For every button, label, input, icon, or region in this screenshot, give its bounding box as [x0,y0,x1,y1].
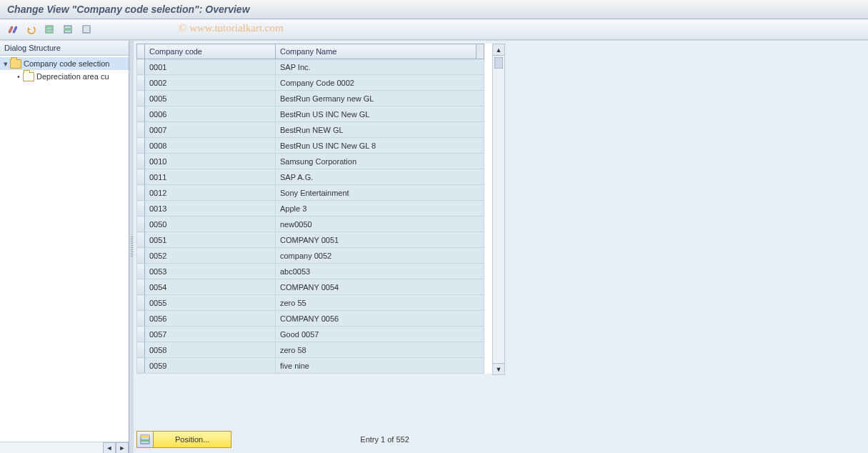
table-row[interactable]: 0057Good 0057 [137,327,484,342]
row-selector[interactable] [137,216,145,232]
row-selector[interactable] [137,358,145,374]
scroll-right-icon[interactable]: ► [116,442,129,453]
row-selector[interactable] [137,122,145,138]
cell-company-name[interactable]: COMPANY 0054 [276,279,484,295]
cell-company-name[interactable]: zero 55 [276,295,484,311]
table-vertical-scrollbar[interactable]: ▲ ▼ [492,44,505,375]
cell-company-code[interactable]: 0058 [145,342,276,358]
cell-company-code[interactable]: 0006 [145,106,276,122]
cell-company-code[interactable]: 0051 [145,232,276,248]
scroll-left-icon[interactable]: ◄ [103,442,116,453]
table-row[interactable]: 0051COMPANY 0051 [137,232,484,248]
row-selector[interactable] [137,75,145,91]
cell-company-name[interactable]: company 0052 [276,248,484,264]
cell-company-name[interactable]: Good 0057 [276,327,484,342]
row-select-header[interactable] [137,44,145,59]
table-row[interactable]: 0010Samsung Corporation [137,154,484,169]
cell-company-code[interactable]: 0055 [145,295,276,311]
table-row[interactable]: 0006BestRun US INC New GL [137,106,484,122]
table-row[interactable]: 0053abc0053 [137,264,484,279]
table-row[interactable]: 0058zero 58 [137,342,484,358]
position-button[interactable]: Position... [136,431,231,448]
table-row[interactable]: 0001SAP Inc. [137,59,484,75]
row-selector[interactable] [137,185,145,201]
select-all-button[interactable] [41,21,57,37]
cell-company-code[interactable]: 0056 [145,311,276,327]
table-row[interactable]: 0013Apple 3 [137,201,484,216]
cell-company-code[interactable]: 0057 [145,327,276,342]
table-row[interactable]: 0059five nine [137,358,484,374]
collapse-icon[interactable]: ▾ [1,59,10,69]
cell-company-code[interactable]: 0011 [145,169,276,185]
cell-company-name[interactable]: BestRun US INC New GL 8 [276,138,484,154]
cell-company-code[interactable]: 0005 [145,91,276,106]
row-selector[interactable] [137,248,145,264]
cell-company-code[interactable]: 0007 [145,122,276,138]
cell-company-name[interactable]: new0050 [276,216,484,232]
deselect-all-button[interactable] [79,21,94,37]
cell-company-name[interactable]: Sony Entertainment [276,185,484,201]
row-selector[interactable] [137,138,145,154]
column-header-company-code[interactable]: Company code [145,44,276,59]
table-row[interactable]: 0005BestRun Germany new GL [137,91,484,106]
cell-company-name[interactable]: Apple 3 [276,201,484,216]
scrollbar-thumb[interactable] [494,57,503,69]
tree-horizontal-scrollbar[interactable]: ◄ ► [0,442,129,453]
cell-company-code[interactable]: 0013 [145,201,276,216]
cell-company-code[interactable]: 0054 [145,279,276,295]
row-selector[interactable] [137,106,145,122]
cell-company-name[interactable]: Company Code 0002 [276,75,484,91]
cell-company-code[interactable]: 0010 [145,154,276,169]
table-row[interactable]: 0008BestRun US INC New GL 8 [137,138,484,154]
cell-company-name[interactable]: Samsung Corporation [276,154,484,169]
table-row[interactable]: 0055zero 55 [137,295,484,311]
row-selector[interactable] [137,311,145,327]
table-row[interactable]: 0011SAP A.G. [137,169,484,185]
cell-company-name[interactable]: BestRun NEW GL [276,122,484,138]
table-row[interactable]: 0056COMPANY 0056 [137,311,484,327]
tree-item-company-code-selection[interactable]: ▾ Company code selection [0,57,129,70]
table-row[interactable]: 0050new0050 [137,216,484,232]
row-selector[interactable] [137,264,145,279]
cell-company-code[interactable]: 0052 [145,248,276,264]
cell-company-code[interactable]: 0001 [145,59,276,75]
cell-company-name[interactable]: zero 58 [276,342,484,358]
row-selector[interactable] [137,232,145,248]
row-selector[interactable] [137,327,145,342]
table-row[interactable]: 0007BestRun NEW GL [137,122,484,138]
cell-company-code[interactable]: 0059 [145,358,276,374]
toggle-display-change-button[interactable] [4,21,20,37]
undo-button[interactable] [23,21,39,37]
cell-company-name[interactable]: abc0053 [276,264,484,279]
row-selector[interactable] [137,59,145,75]
cell-company-code[interactable]: 0002 [145,75,276,91]
cell-company-code[interactable]: 0050 [145,216,276,232]
cell-company-name[interactable]: SAP A.G. [276,169,484,185]
row-selector[interactable] [137,201,145,216]
cell-company-code[interactable]: 0008 [145,138,276,154]
row-selector[interactable] [137,169,145,185]
cell-company-code[interactable]: 0053 [145,264,276,279]
row-selector[interactable] [137,279,145,295]
scroll-down-icon[interactable]: ▼ [493,363,504,374]
cell-company-name[interactable]: BestRun US INC New GL [276,106,484,122]
cell-company-name[interactable]: SAP Inc. [276,59,484,75]
select-block-button[interactable] [60,21,76,37]
cell-company-code[interactable]: 0012 [145,185,276,201]
cell-company-name[interactable]: COMPANY 0056 [276,311,484,327]
tree-item-depreciation-area[interactable]: • Depreciation area cu [0,70,129,83]
cell-company-name[interactable]: BestRun Germany new GL [276,91,484,106]
table-row[interactable]: 0054COMPANY 0054 [137,279,484,295]
column-config-button[interactable] [477,44,484,59]
cell-company-name[interactable]: five nine [276,358,484,374]
row-selector[interactable] [137,154,145,169]
table-row[interactable]: 0002Company Code 0002 [137,75,484,91]
column-header-company-name[interactable]: Company Name [276,44,477,59]
row-selector[interactable] [137,342,145,358]
row-selector[interactable] [137,91,145,106]
cell-company-name[interactable]: COMPANY 0051 [276,232,484,248]
table-row[interactable]: 0052company 0052 [137,248,484,264]
table-row[interactable]: 0012Sony Entertainment [137,185,484,201]
scroll-up-icon[interactable]: ▲ [493,44,504,56]
row-selector[interactable] [137,295,145,311]
